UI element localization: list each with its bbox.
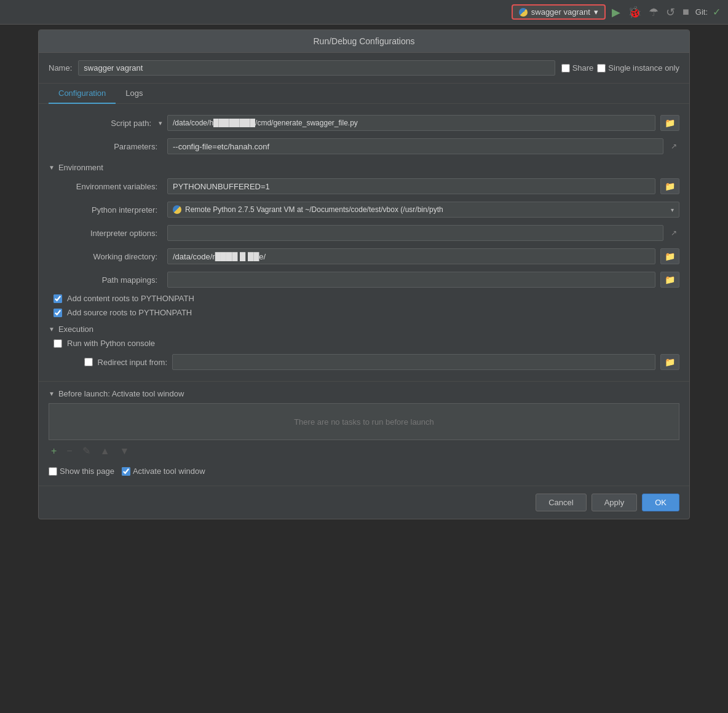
name-input[interactable] xyxy=(78,60,555,76)
script-path-row: Script path: ▾ 📁 xyxy=(49,111,679,135)
rerun-icon[interactable]: ↺ xyxy=(665,4,676,20)
interpreter-dropdown-arrow-icon: ▾ xyxy=(671,207,674,213)
working-dir-row: Working directory: 📁 xyxy=(49,245,679,268)
python-interpreter-dropdown[interactable]: Remote Python 2.7.5 Vagrant VM at ~/Docu… xyxy=(167,202,679,218)
share-label: Share xyxy=(572,63,594,73)
name-row: Name: Share Single instance only xyxy=(39,53,689,84)
show-page-checkbox[interactable] xyxy=(49,467,57,476)
add-source-roots-checkbox[interactable] xyxy=(53,309,62,317)
share-checkbox-group: Share xyxy=(561,63,594,73)
run-python-console-checkbox[interactable] xyxy=(53,339,62,348)
redirect-input-label: Redirect input from: xyxy=(98,358,167,367)
no-tasks-message: There are no tasks to run before launch xyxy=(294,417,434,427)
debug-icon[interactable]: 🐞 xyxy=(627,4,643,20)
parameters-row: Parameters: ↗ xyxy=(49,135,679,158)
name-label: Name: xyxy=(49,63,72,73)
tasks-empty-box: There are no tasks to run before launch xyxy=(49,403,679,440)
add-content-roots-checkbox[interactable] xyxy=(53,294,62,303)
show-page-checkbox-group: Show this page xyxy=(49,467,114,476)
add-content-roots-label: Add content roots to PYTHONPATH xyxy=(67,294,194,303)
working-dir-browse-btn[interactable]: 📁 xyxy=(660,248,679,264)
apply-button[interactable]: Apply xyxy=(592,494,638,511)
add-source-roots-row: Add source roots to PYTHONPATH xyxy=(53,305,679,320)
add-task-btn[interactable]: + xyxy=(49,444,59,458)
before-launch-triangle-icon: ▼ xyxy=(49,390,55,397)
show-page-row: Show this page Activate tool window xyxy=(49,462,679,478)
dialog-footer: Cancel Apply OK xyxy=(39,486,689,519)
redirect-input-browse-btn[interactable]: 📁 xyxy=(660,354,679,370)
git-check-icon: ✓ xyxy=(713,6,721,18)
ok-button[interactable]: OK xyxy=(642,494,679,511)
single-instance-checkbox[interactable] xyxy=(597,64,606,73)
folder-icon-4: 📁 xyxy=(665,275,675,285)
python-icon xyxy=(519,8,528,17)
run-python-console-label: Run with Python console xyxy=(67,339,155,348)
add-source-roots-label: Add source roots to PYTHONPATH xyxy=(67,308,192,317)
working-dir-label: Working directory: xyxy=(49,252,162,261)
stop-icon[interactable]: ■ xyxy=(681,4,690,20)
activate-window-checkbox-group: Activate tool window xyxy=(122,467,205,476)
git-label: Git: xyxy=(695,7,708,17)
dialog-title: Run/Debug Configurations xyxy=(39,30,689,53)
folder-icon-5: 📁 xyxy=(665,357,675,367)
parameters-expand-btn[interactable]: ↗ xyxy=(668,141,679,152)
launch-toolbar: + − ✎ ▲ ▼ xyxy=(49,440,679,462)
script-path-dropdown-btn[interactable]: ▾ xyxy=(159,119,162,127)
single-instance-checkbox-group: Single instance only xyxy=(597,63,679,73)
environment-section-header[interactable]: ▼ Environment xyxy=(49,158,679,175)
env-vars-browse-btn[interactable]: 📁 xyxy=(660,178,679,194)
share-checkbox[interactable] xyxy=(561,64,570,73)
run-icon[interactable]: ▶ xyxy=(611,4,622,20)
move-down-task-btn[interactable]: ▼ xyxy=(117,444,132,458)
interp-options-label: Interpreter options: xyxy=(49,229,162,238)
show-page-label: Show this page xyxy=(60,467,114,476)
path-mappings-label: Path mappings: xyxy=(49,275,162,285)
redirect-input-field[interactable] xyxy=(172,354,655,370)
interp-options-row: Interpreter options: ↗ xyxy=(49,221,679,245)
env-vars-row: Environment variables: 📁 xyxy=(49,175,679,198)
top-bar: swagger vagrant ▾ ▶ 🐞 ☂ ↺ ■ Git: ✓ xyxy=(0,0,728,25)
script-path-label: Script path: xyxy=(42,119,156,128)
env-vars-label: Environment variables: xyxy=(49,182,162,191)
python-interp-row: Python interpreter: Remote Python 2.7.5 … xyxy=(49,198,679,221)
run-python-console-row: Run with Python console xyxy=(53,336,679,350)
env-vars-input[interactable] xyxy=(167,178,655,194)
tab-configuration[interactable]: Configuration xyxy=(49,84,116,104)
edit-task-btn[interactable]: ✎ xyxy=(80,444,93,458)
path-mappings-browse-btn[interactable]: 📁 xyxy=(660,272,679,288)
interp-options-expand-btn[interactable]: ↗ xyxy=(668,227,679,238)
interpreter-value: Remote Python 2.7.5 Vagrant VM at ~/Docu… xyxy=(185,205,443,214)
configuration-content: Script path: ▾ 📁 Parameters: ↗ ▼ Environ… xyxy=(39,104,689,381)
run-config-selector[interactable]: swagger vagrant ▾ xyxy=(512,4,606,20)
interp-options-input[interactable] xyxy=(167,225,663,241)
redirect-input-checkbox[interactable] xyxy=(84,358,93,366)
folder-icon-3: 📁 xyxy=(665,251,675,261)
script-path-browse-btn[interactable]: 📁 xyxy=(660,115,679,131)
interpreter-py-icon xyxy=(173,205,181,214)
activate-tool-window-label: Activate tool window xyxy=(133,467,205,476)
move-up-task-btn[interactable]: ▲ xyxy=(98,444,113,458)
run-config-name: swagger vagrant xyxy=(531,7,590,17)
path-mappings-row: Path mappings: 📁 xyxy=(49,268,679,291)
cancel-button[interactable]: Cancel xyxy=(536,494,586,511)
python-interp-label: Python interpreter: xyxy=(49,205,162,215)
tab-logs[interactable]: Logs xyxy=(116,84,152,104)
add-content-roots-row: Add content roots to PYTHONPATH xyxy=(53,291,679,305)
before-launch-header[interactable]: ▼ Before launch: Activate tool window xyxy=(49,389,679,398)
folder-icon: 📁 xyxy=(665,118,675,128)
remove-task-btn[interactable]: − xyxy=(64,444,74,458)
run-debug-dialog: Run/Debug Configurations Name: Share Sin… xyxy=(38,30,690,519)
folder-icon-2: 📁 xyxy=(665,181,675,191)
activate-tool-window-checkbox[interactable] xyxy=(122,467,130,476)
path-mappings-input[interactable] xyxy=(167,272,655,288)
coverage-icon[interactable]: ☂ xyxy=(647,4,660,20)
single-instance-label: Single instance only xyxy=(608,63,679,73)
parameters-input[interactable] xyxy=(167,138,663,154)
script-path-input[interactable] xyxy=(167,115,655,131)
execution-triangle-icon: ▼ xyxy=(49,326,55,333)
working-dir-input[interactable] xyxy=(167,248,655,264)
execution-section-header[interactable]: ▼ Execution xyxy=(49,320,679,336)
environment-triangle-icon: ▼ xyxy=(49,164,55,171)
execution-label: Execution xyxy=(58,325,93,334)
redirect-input-row: Redirect input from: 📁 xyxy=(49,350,679,374)
